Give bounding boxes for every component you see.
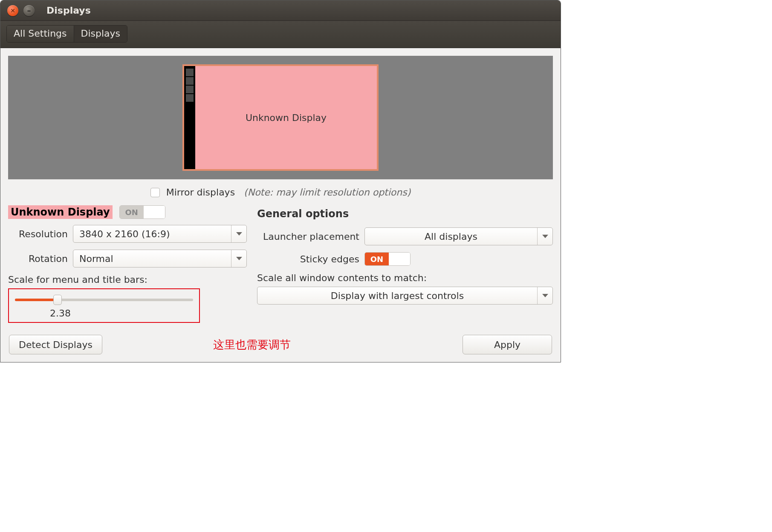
resolution-label: Resolution bbox=[8, 229, 68, 239]
monitor-thumbnail[interactable]: Unknown Display bbox=[182, 64, 379, 171]
breadcrumb-bar: All Settings Displays bbox=[0, 21, 561, 48]
rotation-combo[interactable]: Normal bbox=[73, 250, 247, 267]
display-diagram: Unknown Display bbox=[8, 56, 553, 179]
launcher-icon bbox=[186, 77, 194, 85]
resolution-row: Resolution 3840 x 2160 (16:9) bbox=[8, 225, 247, 243]
breadcrumb-displays[interactable]: Displays bbox=[74, 26, 127, 42]
content-area: Unknown Display Mirror displays (Note: m… bbox=[0, 48, 561, 362]
slider-fill bbox=[15, 299, 58, 301]
display-header: Unknown Display ON bbox=[8, 205, 247, 219]
detect-displays-button[interactable]: Detect Displays bbox=[9, 335, 102, 354]
resolution-combo[interactable]: 3840 x 2160 (16:9) bbox=[73, 225, 247, 243]
rotation-row: Rotation Normal bbox=[8, 250, 247, 267]
bottom-button-row: Detect Displays 这里也需要调节 Apply bbox=[8, 335, 553, 354]
scale-all-combo[interactable]: Display with largest controls bbox=[257, 287, 553, 305]
close-icon[interactable] bbox=[7, 5, 18, 16]
slider-thumb[interactable] bbox=[53, 295, 62, 305]
sticky-edges-row: Sticky edges ON bbox=[257, 252, 553, 266]
launcher-icon bbox=[186, 86, 194, 93]
displays-settings-window: Displays All Settings Displays Unknown D… bbox=[0, 0, 561, 362]
launcher-icon bbox=[186, 69, 194, 76]
minimize-icon[interactable] bbox=[23, 5, 35, 16]
scale-all-row: Display with largest controls bbox=[257, 287, 553, 305]
mirror-displays-note: (Note: may limit resolution options) bbox=[244, 187, 411, 198]
mirror-displays-row: Mirror displays (Note: may limit resolut… bbox=[8, 179, 553, 203]
scale-all-label: Scale all window contents to match: bbox=[257, 273, 553, 283]
chevron-down-icon bbox=[231, 225, 246, 242]
general-options-heading: General options bbox=[257, 208, 553, 220]
breadcrumb-all-settings[interactable]: All Settings bbox=[7, 26, 74, 42]
scale-slider-annotation-box: 2.38 bbox=[8, 288, 200, 323]
chevron-down-icon bbox=[231, 250, 246, 267]
per-display-settings: Unknown Display ON Resolution 3840 x 216… bbox=[8, 204, 247, 323]
scale-all-value: Display with largest controls bbox=[257, 290, 537, 301]
display-name-badge: Unknown Display bbox=[8, 205, 113, 219]
mirror-displays-checkbox[interactable] bbox=[150, 188, 160, 197]
apply-button[interactable]: Apply bbox=[463, 335, 552, 354]
launcher-placement-combo[interactable]: All displays bbox=[364, 227, 553, 245]
sticky-edges-toggle[interactable]: ON bbox=[364, 252, 411, 266]
display-enable-toggle[interactable]: ON bbox=[119, 205, 165, 219]
monitor-label: Unknown Display bbox=[195, 66, 377, 169]
mirror-displays-label: Mirror displays bbox=[166, 187, 235, 198]
toggle-knob bbox=[389, 253, 410, 265]
launcher-placement-row: Launcher placement All displays bbox=[257, 227, 553, 245]
launcher-placement-label: Launcher placement bbox=[257, 231, 359, 242]
resolution-value: 3840 x 2160 (16:9) bbox=[73, 229, 231, 239]
titlebar: Displays bbox=[0, 0, 561, 21]
sticky-edges-label: Sticky edges bbox=[257, 254, 359, 265]
launcher-placement-value: All displays bbox=[365, 231, 537, 242]
annotation-text: 这里也需要调节 bbox=[213, 337, 291, 352]
launcher-icon bbox=[186, 94, 194, 102]
scale-value: 2.38 bbox=[50, 308, 193, 319]
scale-menu-label: Scale for menu and title bars: bbox=[8, 274, 247, 285]
rotation-value: Normal bbox=[73, 253, 231, 264]
toggle-on-label: ON bbox=[365, 253, 389, 265]
breadcrumb: All Settings Displays bbox=[6, 25, 127, 43]
chevron-down-icon bbox=[537, 228, 552, 245]
chevron-down-icon bbox=[537, 287, 552, 304]
launcher-strip-icon bbox=[184, 66, 195, 169]
general-options: General options Launcher placement All d… bbox=[257, 204, 553, 323]
toggle-knob bbox=[144, 206, 165, 219]
settings-columns: Unknown Display ON Resolution 3840 x 216… bbox=[8, 203, 553, 323]
toggle-on-label: ON bbox=[120, 206, 144, 219]
scale-slider[interactable] bbox=[15, 295, 193, 305]
rotation-label: Rotation bbox=[8, 253, 68, 264]
window-title: Displays bbox=[46, 5, 91, 16]
